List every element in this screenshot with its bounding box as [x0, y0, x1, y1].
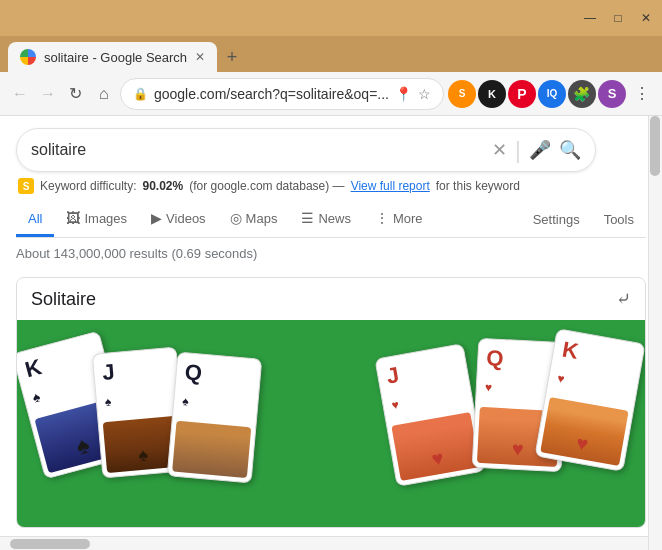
scrollbar-thumb-vertical[interactable] [650, 116, 660, 176]
playing-card-heart-j: J♥ [374, 343, 485, 487]
solitaire-result-card: Solitaire ⤶ K♠ J♠ [16, 277, 646, 528]
settings-label: Settings [533, 212, 580, 227]
scrollbar-thumb-horizontal[interactable] [10, 539, 90, 549]
solitaire-title: Solitaire [31, 289, 96, 310]
cards-container: K♠ J♠ Q♠ [17, 320, 645, 528]
forward-button[interactable]: → [36, 78, 60, 110]
right-scrollbar[interactable] [648, 116, 662, 550]
tools-label: Tools [604, 212, 634, 227]
ext-pinterest-icon[interactable]: P [508, 80, 536, 108]
location-icon[interactable]: 📍 [395, 86, 412, 102]
tab-videos-label: Videos [166, 211, 206, 226]
navigation-bar: ← → ↻ ⌂ 🔒 google.com/search?q=solitaire&… [0, 72, 662, 116]
bookmark-icon[interactable]: ☆ [418, 86, 431, 102]
active-tab[interactable]: solitaire - Google Search ✕ [8, 42, 217, 72]
card-figure-3 [168, 416, 256, 482]
close-button[interactable]: ✕ [638, 11, 654, 25]
images-icon: 🖼 [66, 210, 80, 226]
tab-maps[interactable]: ◎ Maps [218, 202, 290, 237]
card-figure-6 [536, 392, 634, 470]
bottom-scrollbar[interactable] [0, 536, 662, 550]
tab-all[interactable]: All [16, 203, 54, 237]
videos-icon: ▶ [151, 210, 162, 226]
chrome-menu-button[interactable]: ⋮ [630, 78, 654, 110]
tab-news[interactable]: ☰ News [289, 202, 363, 237]
results-count: About 143,000,000 results (0.69 seconds) [0, 238, 662, 269]
window-controls: — □ ✕ [582, 11, 654, 25]
kw-full-report-link[interactable]: View full report [351, 179, 430, 193]
tab-close-icon[interactable]: ✕ [195, 50, 205, 64]
card-character-6 [540, 397, 629, 466]
ext-iq-icon[interactable]: IQ [538, 80, 566, 108]
kw-value: 90.02% [143, 179, 184, 193]
keyword-difficulty-bar: S Keyword difficulty: 90.02% (for google… [16, 172, 646, 194]
extension-icons: S K P IQ 🧩 S [448, 80, 626, 108]
minimize-button[interactable]: — [582, 11, 598, 25]
playing-card-spade-q: Q♠ [167, 352, 263, 484]
back-button[interactable]: ← [8, 78, 32, 110]
ext-k-icon[interactable]: K [478, 80, 506, 108]
home-button[interactable]: ⌂ [92, 78, 116, 110]
card-game-image: K♠ J♠ Q♠ [17, 320, 645, 528]
title-bar: — □ ✕ [0, 0, 662, 36]
maps-icon: ◎ [230, 210, 242, 226]
maximize-button[interactable]: □ [610, 11, 626, 25]
divider: | [515, 136, 521, 164]
card-header: Solitaire ⤶ [17, 278, 645, 320]
tab-tools[interactable]: Tools [592, 204, 646, 235]
tab-videos[interactable]: ▶ Videos [139, 202, 218, 237]
search-input[interactable] [31, 141, 484, 159]
browser-window: — □ ✕ solitaire - Google Search ✕ + ← → … [0, 0, 662, 550]
reload-button[interactable]: ↻ [64, 78, 88, 110]
ext-puzzle-icon[interactable]: 🧩 [568, 80, 596, 108]
tab-all-label: All [28, 211, 42, 226]
tab-settings[interactable]: Settings [521, 204, 592, 235]
card-label-j1: J♠ [93, 348, 181, 419]
card-label-q1: Q♠ [173, 353, 261, 424]
address-icons: 📍 ☆ [395, 86, 431, 102]
lock-icon: 🔒 [133, 87, 148, 101]
card-character-3 [172, 421, 251, 478]
news-icon: ☰ [301, 210, 314, 226]
card-figure-4 [387, 407, 485, 485]
search-clear-icon[interactable]: ✕ [492, 139, 507, 161]
tab-images-label: Images [84, 211, 127, 226]
kw-database: (for google.com database) — [189, 179, 344, 193]
tab-news-label: News [318, 211, 351, 226]
kw-label: Keyword difficulty: [40, 179, 137, 193]
tab-bar: solitaire - Google Search ✕ + [0, 36, 662, 72]
card-character-4 [391, 412, 480, 481]
voice-search-icon[interactable]: 🎤 [529, 139, 551, 161]
share-icon[interactable]: ⤶ [616, 288, 631, 310]
tab-maps-label: Maps [246, 211, 278, 226]
tab-images[interactable]: 🖼 Images [54, 202, 139, 237]
tab-title: solitaire - Google Search [44, 50, 187, 65]
new-tab-button[interactable]: + [217, 42, 247, 72]
search-submit-icon[interactable]: 🔍 [559, 139, 581, 161]
address-text: google.com/search?q=solitaire&oq=... [154, 86, 389, 102]
search-tabs: All 🖼 Images ▶ Videos ◎ Maps ☰ News [16, 198, 646, 238]
kw-suffix: for this keyword [436, 179, 520, 193]
ext-user-icon[interactable]: S [598, 80, 626, 108]
chrome-favicon [20, 49, 36, 65]
address-bar[interactable]: 🔒 google.com/search?q=solitaire&oq=... 📍… [120, 78, 444, 110]
search-area: ✕ | 🎤 🔍 S Keyword difficulty: 90.02% (fo… [0, 116, 662, 238]
search-box[interactable]: ✕ | 🎤 🔍 [16, 128, 596, 172]
tab-more[interactable]: ⋮ More [363, 202, 435, 237]
semrush-kw-icon: S [18, 178, 34, 194]
ext-semrush-icon[interactable]: S [448, 80, 476, 108]
more-icon: ⋮ [375, 210, 389, 226]
tab-more-label: More [393, 211, 423, 226]
page-content: ✕ | 🎤 🔍 S Keyword difficulty: 90.02% (fo… [0, 116, 662, 536]
